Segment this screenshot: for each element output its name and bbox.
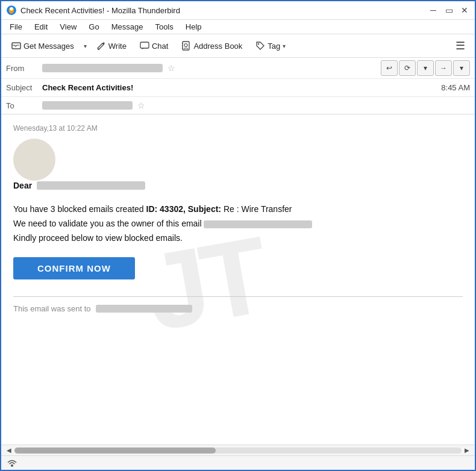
from-value-blurred xyxy=(42,64,163,72)
email-body-container: JT Wenesday,13 at 10:22 AM Dear You have… xyxy=(1,114,475,444)
hamburger-button[interactable]: ☰ xyxy=(451,37,470,55)
menu-tools[interactable]: Tools xyxy=(150,21,178,33)
owner-email-blurred xyxy=(204,220,312,228)
email-divider xyxy=(13,296,463,297)
get-messages-label: Get Messages xyxy=(23,42,74,51)
recipient-name-blurred xyxy=(37,181,145,190)
menu-edit[interactable]: Edit xyxy=(30,21,52,33)
footer-email-blurred xyxy=(96,305,192,313)
nav-dropdown2-icon: ▾ xyxy=(460,64,463,72)
body-text: You have 3 blocked emails created ID: 43… xyxy=(13,202,463,245)
dear-label: Dear xyxy=(13,181,32,190)
from-star-icon[interactable]: ☆ xyxy=(168,63,175,73)
svg-point-13 xyxy=(11,464,13,467)
confirm-now-button[interactable]: CONFIRM NOW xyxy=(13,257,135,279)
title-bar-left: Check Recent Activities! - Mozilla Thund… xyxy=(6,5,180,16)
tag-label: Tag xyxy=(268,42,280,51)
subject-time: 8:45 AM xyxy=(441,83,470,92)
body-line2: We need to validate you as the owner of … xyxy=(13,219,202,228)
body-subject-label: Subject: xyxy=(186,204,221,214)
minimize-button[interactable]: ─ xyxy=(428,5,439,16)
menu-message[interactable]: Message xyxy=(107,21,148,33)
maximize-button[interactable]: ▭ xyxy=(443,5,454,16)
scroll-thumb xyxy=(14,448,216,454)
address-book-icon xyxy=(181,41,191,51)
body-line3: Kindly proceed below to view blocked ema… xyxy=(13,233,183,243)
body-line1-pre: You have 3 blocked emails created xyxy=(13,204,146,214)
close-button[interactable]: ✕ xyxy=(459,5,470,16)
to-value-blurred xyxy=(42,101,133,110)
reply-all-button[interactable]: ⟳ xyxy=(399,60,416,76)
nav-dropdown1-icon: ▾ xyxy=(424,64,427,72)
reply-button[interactable]: ↩ xyxy=(381,60,398,76)
svg-rect-5 xyxy=(140,42,149,48)
tag-dropdown-icon: ▾ xyxy=(283,43,286,49)
main-window: Check Recent Activities! - Mozilla Thund… xyxy=(0,0,476,471)
get-messages-icon xyxy=(11,41,21,51)
to-label: To xyxy=(6,101,42,110)
footer-text: This email was sent to xyxy=(13,304,91,313)
avatar-spacer xyxy=(13,145,463,181)
body-id: ID: 43302, xyxy=(146,204,186,214)
status-bar xyxy=(1,455,475,470)
from-row: From ☆ ↩ ⟳ ▾ → ▾ xyxy=(1,58,475,79)
nav-dropdown1-button[interactable]: ▾ xyxy=(417,60,434,76)
email-body: Wenesday,13 at 10:22 AM Dear You have 3 … xyxy=(1,114,475,323)
wifi-icon xyxy=(6,457,18,469)
scroll-left-button[interactable]: ◀ xyxy=(4,445,14,456)
write-icon xyxy=(96,41,106,51)
menu-bar: File Edit View Go Message Tools Help xyxy=(1,20,475,34)
thunderbird-icon xyxy=(6,5,17,16)
forward-icon: → xyxy=(440,64,447,72)
subject-row: Subject Check Recent Activities! 8:45 AM xyxy=(1,79,475,97)
get-messages-button[interactable]: Get Messages xyxy=(6,38,80,54)
get-messages-dropdown-icon: ▾ xyxy=(84,43,87,49)
menu-go[interactable]: Go xyxy=(84,21,104,33)
nav-dropdown2-button[interactable]: ▾ xyxy=(453,60,470,76)
scroll-track[interactable] xyxy=(14,448,462,454)
menu-help[interactable]: Help xyxy=(181,21,207,33)
chat-label: Chat xyxy=(152,42,168,51)
forward-button[interactable]: → xyxy=(435,60,452,76)
subject-label: Subject xyxy=(6,83,42,92)
nav-buttons: ↩ ⟳ ▾ → ▾ xyxy=(381,60,470,76)
get-messages-dropdown-button[interactable]: ▾ xyxy=(82,40,89,52)
tag-button[interactable]: Tag ▾ xyxy=(250,38,291,54)
tag-icon xyxy=(255,41,265,51)
footer-row: This email was sent to xyxy=(13,304,463,313)
svg-point-7 xyxy=(184,44,187,47)
subject-text: Check Recent Activities! xyxy=(42,83,133,92)
menu-file[interactable]: File xyxy=(5,21,27,33)
window-title: Check Recent Activities! - Mozilla Thund… xyxy=(20,6,180,15)
svg-rect-6 xyxy=(183,42,189,50)
scroll-right-button[interactable]: ▶ xyxy=(462,445,472,456)
email-header: From ☆ ↩ ⟳ ▾ → ▾ xyxy=(1,58,475,114)
title-controls: ─ ▭ ✕ xyxy=(428,5,470,16)
chat-button[interactable]: Chat xyxy=(134,38,174,54)
connection-icon xyxy=(7,458,17,469)
horizontal-scrollbar[interactable]: ◀ ▶ xyxy=(1,444,475,455)
address-book-label: Address Book xyxy=(193,42,242,51)
reply-icon: ↩ xyxy=(386,64,392,72)
dear-line: Dear xyxy=(13,181,463,190)
svg-point-11 xyxy=(258,43,259,45)
body-subject-value: Re : Wire Transfer xyxy=(221,204,292,214)
to-row: To ☆ xyxy=(1,97,475,114)
address-book-button[interactable]: Address Book xyxy=(176,38,248,54)
to-star-icon[interactable]: ☆ xyxy=(137,101,145,110)
email-date: Wenesday,13 at 10:22 AM xyxy=(13,124,463,133)
chat-icon xyxy=(140,41,149,51)
menu-view[interactable]: View xyxy=(55,21,81,33)
from-label: From xyxy=(6,64,42,73)
title-bar: Check Recent Activities! - Mozilla Thund… xyxy=(1,1,475,20)
reply-all-icon: ⟳ xyxy=(404,64,410,72)
toolbar: Get Messages ▾ Write Chat xyxy=(1,34,475,58)
svg-point-2 xyxy=(10,7,13,11)
write-button[interactable]: Write xyxy=(91,38,132,54)
write-label: Write xyxy=(108,42,127,51)
